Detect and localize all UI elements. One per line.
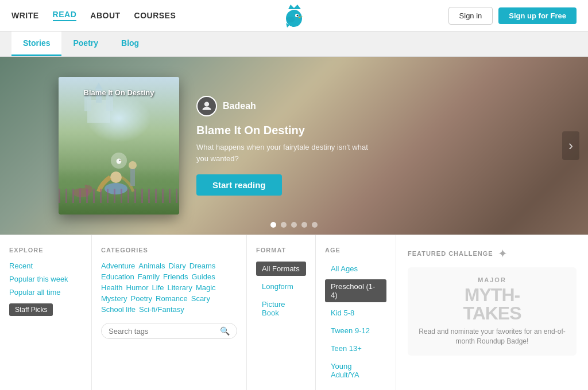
explore-heading: EXPLORE xyxy=(9,247,82,253)
hero-info: Badeah Blame It On Destiny What happens … xyxy=(196,96,380,196)
hero-dot-4[interactable] xyxy=(301,222,307,228)
cat-diary[interactable]: Diary xyxy=(169,262,186,270)
search-tags-input[interactable] xyxy=(109,327,220,336)
tab-poetry[interactable]: Poetry xyxy=(61,32,110,56)
book-bird-icon xyxy=(111,153,127,169)
signup-button[interactable]: Sign up for Free xyxy=(498,7,577,24)
age-teen-13plus[interactable]: Teen 13+ xyxy=(325,341,386,356)
age-column: AGE All Ages Preschool (1-4) Kid 5-8 Twe… xyxy=(316,235,396,390)
svg-rect-14 xyxy=(130,169,135,186)
search-icon: 🔍 xyxy=(220,326,230,336)
header: WRITE READ ABOUT COURSES Sign in Sign up… xyxy=(0,0,588,32)
svg-point-3 xyxy=(297,15,299,17)
auth-buttons: Sign in Sign up for Free xyxy=(448,7,577,25)
categories-column: CATEGORIES Adventure Animals Diary Dream… xyxy=(92,235,247,390)
cat-literary[interactable]: Literary xyxy=(168,283,192,292)
cat-scary[interactable]: Scary xyxy=(191,294,210,303)
hero-dot-5[interactable] xyxy=(312,222,318,228)
staff-picks-badge[interactable]: Staff Picks xyxy=(9,303,53,316)
main-nav: WRITE READ ABOUT COURSES xyxy=(11,10,176,21)
format-longform[interactable]: Longform xyxy=(256,279,306,294)
age-young-adult[interactable]: Young Adult/YA xyxy=(325,359,386,382)
svg-point-18 xyxy=(117,158,122,163)
explore-popular-week[interactable]: Popular this week xyxy=(9,275,82,283)
svg-point-19 xyxy=(119,159,121,161)
age-heading: AGE xyxy=(325,247,386,253)
cat-health[interactable]: Health xyxy=(101,283,123,292)
author-name: Badeah xyxy=(223,101,256,111)
cat-adventure[interactable]: Adventure xyxy=(101,262,135,270)
story-description: What happens when your fairytale destiny… xyxy=(196,142,380,164)
cat-dreams[interactable]: Dreams xyxy=(189,262,216,270)
age-kid-5-8[interactable]: Kid 5-8 xyxy=(325,306,386,320)
nav-about[interactable]: ABOUT xyxy=(90,11,120,20)
signin-button[interactable]: Sign in xyxy=(448,7,493,25)
cat-mystery[interactable]: Mystery xyxy=(101,294,127,303)
nav-read[interactable]: READ xyxy=(53,10,77,21)
cat-education[interactable]: Education xyxy=(101,272,134,281)
hero-dots xyxy=(270,222,318,228)
svg-point-5 xyxy=(287,17,295,22)
hero-author: Badeah xyxy=(196,96,380,116)
challenge-title-big: MYTH- TAKES xyxy=(417,286,567,322)
hero-next-button[interactable]: › xyxy=(562,131,579,160)
cat-animals[interactable]: Animals xyxy=(138,262,165,270)
hero-dot-2[interactable] xyxy=(281,222,287,228)
explore-popular-all[interactable]: Popular all time xyxy=(9,288,82,297)
svg-point-21 xyxy=(204,102,209,107)
cat-friends[interactable]: Friends xyxy=(163,272,188,281)
svg-point-15 xyxy=(129,161,137,169)
cat-magic[interactable]: Magic xyxy=(196,283,216,292)
hero-dot-1[interactable] xyxy=(270,222,276,228)
category-tags: Adventure Animals Diary Dreams Education… xyxy=(101,262,237,314)
svg-point-13 xyxy=(110,171,122,183)
cat-scifi-fantasy[interactable]: Sci-fi/Fantasy xyxy=(139,305,184,314)
author-avatar xyxy=(196,96,217,116)
logo-bird-icon xyxy=(281,1,307,30)
age-tween-9-12[interactable]: Tween 9-12 xyxy=(325,323,386,338)
format-column: FORMAT All Formats Longform Picture Book xyxy=(247,235,316,390)
search-tags-container: 🔍 xyxy=(101,323,237,339)
book-cover[interactable]: Blame It On Destiny xyxy=(59,77,179,214)
age-preschool[interactable]: Preschool (1-4) xyxy=(325,279,386,302)
challenge-title-small: MAJOR xyxy=(417,276,567,283)
cat-school-life[interactable]: School life xyxy=(101,305,136,314)
cat-humor[interactable]: Humor xyxy=(126,283,149,292)
cat-poetry[interactable]: Poetry xyxy=(131,294,153,303)
logo[interactable] xyxy=(281,1,307,30)
format-picture-book[interactable]: Picture Book xyxy=(256,297,306,320)
nav-courses[interactable]: COURSES xyxy=(134,11,176,20)
categories-heading: CATEGORIES xyxy=(101,247,237,253)
cat-romance[interactable]: Romance xyxy=(156,294,188,303)
hero-banner: Blame It On Destiny Badeah xyxy=(0,57,588,235)
age-all-ages[interactable]: All Ages xyxy=(325,262,386,276)
format-all-formats[interactable]: All Formats xyxy=(256,262,306,276)
tab-stories[interactable]: Stories xyxy=(11,32,61,56)
cat-family[interactable]: Family xyxy=(138,272,160,281)
featured-challenge-column: FEATURED CHALLENGE ✦ MAJOR MYTH- TAKES R… xyxy=(396,235,588,390)
tab-blog[interactable]: Blog xyxy=(110,32,150,56)
book-title-overlay: Blame It On Destiny xyxy=(59,88,179,98)
bottom-section: EXPLORE Recent Popular this week Popular… xyxy=(0,235,588,390)
format-heading: FORMAT xyxy=(256,247,306,253)
tab-bar: Stories Poetry Blog xyxy=(0,32,588,57)
challenge-description: Read and nominate your favorites for an … xyxy=(417,327,567,346)
hero-dot-3[interactable] xyxy=(291,222,297,228)
featured-heading: FEATURED CHALLENGE xyxy=(408,250,493,257)
hero-content: Blame It On Destiny Badeah xyxy=(36,77,552,214)
svg-marker-0 xyxy=(288,5,301,9)
flowers-art xyxy=(59,189,179,203)
story-title: Blame It On Destiny xyxy=(196,123,380,137)
cat-guides[interactable]: Guides xyxy=(191,272,215,281)
nav-write[interactable]: WRITE xyxy=(11,11,39,20)
explore-column: EXPLORE Recent Popular this week Popular… xyxy=(0,235,92,390)
featured-star-icon: ✦ xyxy=(498,247,508,260)
explore-recent[interactable]: Recent xyxy=(9,262,82,270)
start-reading-button[interactable]: Start reading xyxy=(196,174,282,196)
featured-header: FEATURED CHALLENGE ✦ xyxy=(408,247,577,260)
featured-challenge-box[interactable]: MAJOR MYTH- TAKES Read and nominate your… xyxy=(408,267,577,356)
cat-life[interactable]: Life xyxy=(152,283,164,292)
